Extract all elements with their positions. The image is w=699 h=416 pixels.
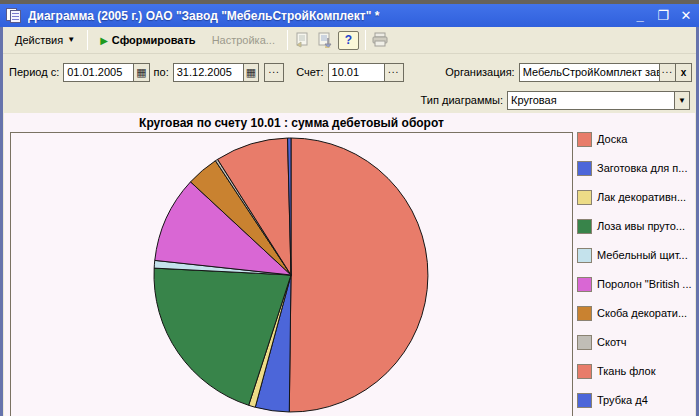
parameters-row-1: Период с: 01.01.2005 ▦ по: 31.12.2005 ▦ …	[7, 60, 692, 84]
legend-label: Скотч	[597, 335, 627, 350]
legend-label: Лоза ивы пруто...	[597, 219, 685, 234]
toolbar-separator	[287, 30, 288, 50]
legend-swatch	[577, 132, 592, 147]
legend-item: Ткань флок	[577, 364, 695, 393]
legend-swatch	[577, 306, 592, 321]
organization-label: Организация:	[445, 66, 514, 78]
window-body: Действия ▼ ▶ Сформировать Настройка... ?	[0, 27, 699, 416]
legend-item: Доска	[577, 132, 695, 161]
legend-item: Трубка д4	[577, 393, 695, 416]
help-icon[interactable]: ?	[338, 31, 359, 50]
legend-swatch	[577, 219, 592, 234]
maximize-button[interactable]: ❐	[656, 9, 670, 22]
pie-chart	[11, 133, 572, 416]
legend-label: Трубка д4	[597, 393, 648, 408]
parameters-row-2: Тип диаграммы: Круговая ▼	[7, 88, 692, 112]
legend-swatch	[577, 277, 592, 292]
calendar-icon[interactable]: ▦	[243, 63, 259, 82]
period-more-button[interactable]: ...	[264, 63, 284, 82]
pie-plot-area	[10, 132, 573, 416]
legend-label: Мебельный щит...	[597, 248, 688, 263]
calendar-icon[interactable]: ▦	[133, 63, 149, 82]
period-to-label: по:	[154, 66, 169, 78]
legend-item: Мебельный щит...	[577, 248, 695, 277]
legend-item: Скотч	[577, 335, 695, 364]
legend-item: Скоба декорати...	[577, 306, 695, 335]
save-settings-icon[interactable]	[314, 30, 336, 51]
chart-panel: Круговая по счету 10.01 : сумма дебетовы…	[4, 113, 695, 416]
actions-menu-label: Действия	[15, 34, 63, 46]
account-field-group: 10.01 ...	[328, 63, 404, 82]
period-to-field-group: 31.12.2005 ▦	[173, 63, 259, 82]
play-icon: ▶	[100, 35, 108, 46]
close-button[interactable]: ✕	[679, 9, 693, 22]
chart-document-icon	[6, 8, 22, 23]
generate-button[interactable]: ▶ Сформировать	[92, 30, 204, 50]
legend-item: Лоза ивы пруто...	[577, 219, 695, 248]
organization-clear-button[interactable]: x	[676, 63, 692, 82]
actions-menu-button[interactable]: Действия ▼	[7, 30, 83, 50]
chart-title: Круговая по счету 10.01 : сумма дебетовы…	[10, 116, 573, 130]
legend-swatch	[577, 364, 592, 379]
legend-swatch	[577, 190, 592, 205]
minimize-button[interactable]: _	[633, 9, 647, 22]
organization-input[interactable]: МебельСтройКомплект завод	[519, 63, 659, 82]
chart-type-value[interactable]: Круговая	[507, 91, 674, 110]
organization-more-button[interactable]: ...	[659, 63, 676, 82]
legend-label: Лак декоративн...	[597, 190, 686, 205]
legend-item: Поролон "British ...	[577, 277, 695, 306]
chart-type-label: Тип диаграммы:	[421, 94, 503, 106]
settings-label: Настройка...	[212, 34, 275, 46]
period-from-field-group: 01.01.2005 ▦	[63, 63, 149, 82]
legend-swatch	[577, 393, 592, 408]
chart-type-combo[interactable]: Круговая ▼	[507, 91, 690, 110]
period-from-input[interactable]: 01.01.2005	[63, 63, 133, 82]
app-window: Диаграмма (2005 г.) ОАО "Завод "МебельСт…	[0, 0, 699, 416]
legend-label: Скоба декорати...	[597, 306, 687, 321]
generate-label: Сформировать	[112, 34, 196, 46]
legend-swatch	[577, 248, 592, 263]
window-title: Диаграмма (2005 г.) ОАО "Завод "МебельСт…	[28, 9, 625, 23]
toolbar-separator	[365, 30, 366, 50]
toolbar: Действия ▼ ▶ Сформировать Настройка... ?	[3, 27, 696, 54]
account-label: Счет:	[296, 66, 323, 78]
print-icon[interactable]	[370, 30, 392, 51]
account-more-button[interactable]: ...	[384, 63, 404, 82]
window-controls: _ ❐ ✕	[633, 9, 693, 22]
load-settings-icon[interactable]	[292, 30, 314, 51]
legend-item: Лак декоративн...	[577, 190, 695, 219]
settings-button[interactable]: Настройка...	[204, 30, 283, 50]
titlebar[interactable]: Диаграмма (2005 г.) ОАО "Завод "МебельСт…	[0, 4, 699, 27]
chart-legend: ДоскаЗаготовка для п...Лак декоративн...…	[577, 132, 695, 416]
period-more-group: ...	[264, 63, 284, 82]
legend-swatch	[577, 335, 592, 350]
legend-label: Поролон "British ...	[597, 277, 692, 292]
legend-swatch	[577, 161, 592, 176]
pie-slice[interactable]	[289, 138, 428, 412]
report-parameters: Период с: 01.01.2005 ▦ по: 31.12.2005 ▦ …	[3, 54, 696, 113]
organization-field-group: МебельСтройКомплект завод ... x	[519, 63, 692, 82]
account-input[interactable]: 10.01	[328, 63, 384, 82]
legend-item: Заготовка для п...	[577, 161, 695, 190]
chevron-down-icon: ▼	[67, 36, 75, 44]
legend-label: Ткань флок	[597, 364, 656, 379]
legend-label: Заготовка для п...	[597, 161, 688, 176]
toolbar-separator	[87, 30, 88, 50]
period-from-label: Период с:	[9, 66, 59, 78]
legend-label: Доска	[597, 132, 627, 147]
chevron-down-icon[interactable]: ▼	[674, 91, 690, 110]
period-to-input[interactable]: 31.12.2005	[173, 63, 243, 82]
